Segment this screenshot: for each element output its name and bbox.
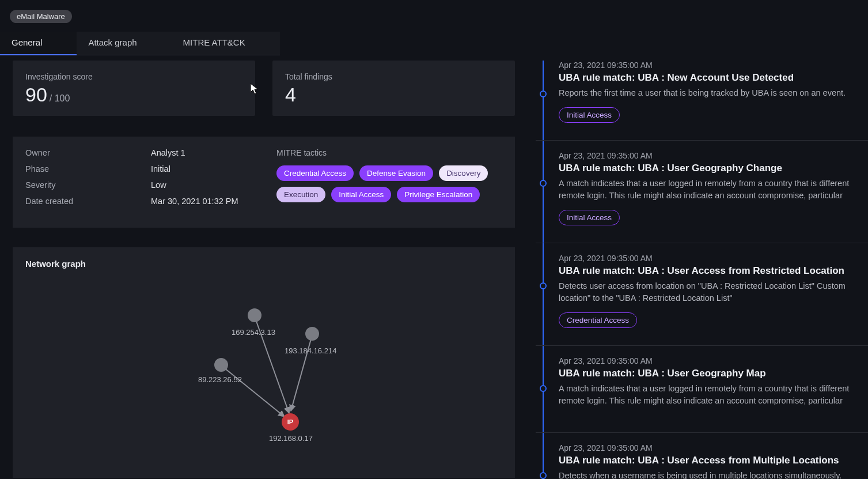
graph-node-label: 192.168.0.17 [269,434,313,443]
tactic-defense-evasion[interactable]: Defense Evasion [359,165,433,181]
timeline-title: UBA rule match: UBA : User Access from R… [559,265,866,277]
timeline-dot-icon [540,180,547,187]
timeline-item[interactable]: Apr 23, 2021 09:35:00 AM UBA rule match:… [536,243,868,345]
total-findings-label: Total findings [285,72,502,81]
mitre-tactics-label: MITRE tactics [276,148,502,157]
investigation-score-denom: / 100 [50,93,70,103]
graph-node-target-label: IP [287,418,293,425]
timeline-item[interactable]: Apr 23, 2021 09:35:00 AM UBA rule match:… [536,61,868,140]
network-graph-card: Network graph 169.254.3.13 193.184.16.21… [13,247,515,478]
timeline: Apr 23, 2021 09:35:00 AM UBA rule match:… [536,61,868,479]
timeline-dot-icon [540,90,547,97]
graph-node-target[interactable]: IP [282,413,299,431]
timeline-title: UBA rule match: UBA : User Geography Map [559,368,866,379]
timeline-timestamp: Apr 23, 2021 09:35:00 AM [559,151,866,160]
timeline-item[interactable]: Apr 23, 2021 09:35:00 AM UBA rule match:… [536,432,868,479]
graph-node[interactable] [214,358,228,372]
graph-node-label: 89.223.26.52 [198,375,242,384]
graph-node[interactable] [248,308,261,322]
graph-node-label: 193.184.16.214 [285,346,336,355]
investigation-score-card: Investigation score 90/ 100 [13,61,255,116]
timeline-description: A match indicates that a user logged in … [559,178,866,202]
tab-general[interactable]: General [0,32,77,55]
timeline-description: Detects user access from location on "UB… [559,280,866,304]
tactic-privilege-escalation[interactable]: Privilege Escalation [397,187,480,202]
timeline-title: UBA rule match: UBA : New Account Use De… [559,72,866,84]
timeline-title: UBA rule match: UBA : User Geography Cha… [559,163,866,174]
timeline-description: Detects when a username is being used in… [559,470,866,479]
tab-attack-graph[interactable]: Attack graph [77,32,171,55]
investigation-score-value: 90 [25,84,47,105]
phase-label: Phase [25,164,151,174]
timeline-item[interactable]: Apr 23, 2021 09:35:00 AM UBA rule match:… [536,140,868,243]
owner-value: Analyst 1 [151,148,185,157]
severity-value: Low [151,180,166,190]
total-findings-value: 4 [285,85,502,104]
tactic-credential-access[interactable]: Credential Access [276,165,354,181]
details-card: OwnerAnalyst 1 PhaseInitial SeverityLow … [13,137,515,228]
tactic-discovery[interactable]: Discovery [439,165,488,181]
tabs: General Attack graph MITRE ATT&CK [0,32,868,56]
timeline-timestamp: Apr 23, 2021 09:35:00 AM [559,61,866,70]
timeline-timestamp: Apr 23, 2021 09:35:00 AM [559,443,866,452]
date-created-label: Date created [25,197,151,206]
graph-node[interactable] [305,327,319,341]
timeline-description: A match indicates that a user logged in … [559,383,866,407]
tactic-execution[interactable]: Execution [276,187,325,202]
timeline-dot-icon [540,472,547,479]
timeline-title: UBA rule match: UBA : User Access from M… [559,455,866,466]
tactic-initial-access[interactable]: Initial Access [331,187,391,202]
total-findings-card: Total findings 4 [272,61,515,116]
tab-mitre-attck[interactable]: MITRE ATT&CK [172,32,280,55]
timeline-dot-icon [540,385,547,392]
timeline-timestamp: Apr 23, 2021 09:35:00 AM [559,356,866,365]
network-graph-title: Network graph [25,259,502,269]
severity-label: Severity [25,180,151,190]
timeline-tag[interactable]: Initial Access [559,107,620,123]
timeline-description: Reports the first time a user that is be… [559,87,866,99]
owner-label: Owner [25,148,151,157]
timeline-tag[interactable]: Credential Access [559,312,637,328]
case-tag[interactable]: eMail Malware [10,10,72,23]
graph-node-label: 169.254.3.13 [232,328,275,337]
timeline-tag[interactable]: Initial Access [559,210,620,225]
timeline-dot-icon [540,282,547,289]
date-created-value: Mar 30, 2021 01:32 PM [151,197,238,206]
timeline-item[interactable]: Apr 23, 2021 09:35:00 AM UBA rule match:… [536,345,868,432]
phase-value: Initial [151,164,170,174]
timeline-timestamp: Apr 23, 2021 09:35:00 AM [559,254,866,263]
investigation-score-label: Investigation score [25,72,242,81]
